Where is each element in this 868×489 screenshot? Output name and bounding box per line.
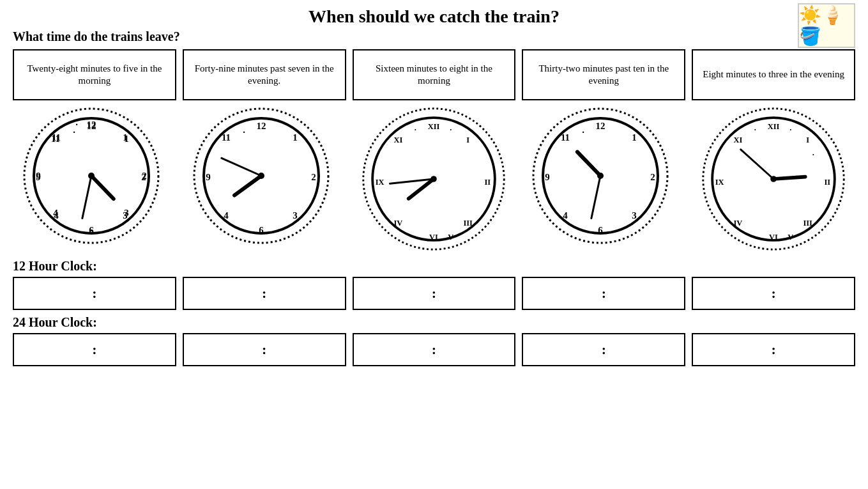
svg-text:IV: IV (394, 219, 403, 228)
svg-text:4: 4 (54, 210, 59, 221)
svg-text:IV: IV (734, 219, 743, 228)
input-row-12h: : : : : : (13, 277, 855, 310)
input-12h-5[interactable]: : (692, 277, 855, 310)
svg-text:VI: VI (430, 233, 439, 242)
time-label-2: Forty-nine minutes past seven in the eve… (183, 49, 346, 100)
svg-text:III: III (464, 219, 473, 228)
clock-col-1: Twenty-eight minutes to five in the morn… (13, 49, 176, 252)
svg-text:·: · (450, 125, 452, 134)
svg-text:I: I (467, 136, 470, 144)
svg-text:2: 2 (651, 172, 656, 182)
svg-text:3: 3 (293, 210, 298, 221)
svg-text:XI: XI (394, 136, 403, 144)
svg-text:VI: VI (769, 233, 778, 242)
svg-point-68 (597, 173, 604, 179)
svg-text:12: 12 (256, 121, 266, 131)
svg-text:12: 12 (596, 121, 605, 131)
svg-text:11: 11 (52, 132, 61, 143)
svg-text:IX: IX (376, 178, 385, 187)
svg-text:·: · (243, 127, 245, 137)
clock-col-3: Sixteen minutes to eight in the morning … (353, 49, 516, 252)
svg-text:6: 6 (259, 225, 264, 235)
subtitle: What time do the trains leave? (13, 29, 855, 44)
svg-text:XII: XII (428, 122, 440, 131)
svg-text:IX: IX (715, 178, 724, 187)
svg-text:·: · (754, 125, 756, 134)
svg-point-54 (431, 176, 438, 182)
svg-point-23 (89, 173, 94, 178)
time-label-4: Thirty-two minutes past ten in the eveni… (522, 49, 685, 100)
clock-face-3: XII I II III VI IV IX XI · V · (360, 105, 507, 252)
svg-text:V: V (788, 233, 793, 242)
svg-point-38 (258, 173, 264, 179)
clock-face-2: 12 1 2 3 6 4 9 11 · · (191, 105, 338, 252)
clock-col-5: Eight minutes to three in the evening XI… (692, 49, 855, 252)
input-24h-1[interactable]: : (13, 333, 176, 366)
svg-text:1: 1 (293, 132, 298, 143)
svg-text:4: 4 (563, 210, 568, 221)
svg-text:1: 1 (123, 132, 128, 143)
svg-text:·: · (582, 127, 584, 137)
svg-text:9: 9 (36, 172, 41, 182)
input-row-24h: : : : : : (13, 333, 855, 366)
svg-text:2: 2 (311, 172, 316, 182)
input-24h-2[interactable]: : (183, 333, 346, 366)
clock-face-4: 12 1 2 3 6 4 9 11 · (530, 105, 677, 252)
svg-text:11: 11 (222, 132, 231, 143)
svg-text:XI: XI (734, 136, 743, 144)
svg-text:9: 9 (206, 172, 211, 182)
svg-line-83 (773, 177, 805, 179)
section-24-label: 24 Hour Clock: (13, 315, 855, 330)
svg-text:·: · (415, 125, 416, 134)
svg-text:I: I (806, 136, 809, 144)
svg-text:·: · (75, 120, 78, 130)
svg-text:2: 2 (141, 172, 146, 182)
svg-text:4: 4 (224, 210, 229, 221)
svg-text:II: II (485, 178, 491, 187)
svg-text:3: 3 (123, 210, 128, 221)
clocks-area: Twenty-eight minutes to five in the morn… (13, 49, 855, 252)
svg-text:1: 1 (632, 132, 637, 143)
svg-text:6: 6 (89, 225, 94, 235)
input-24h-4[interactable]: : (522, 333, 685, 366)
clock-face-5: XII I II III VI IV IX XI · V · · (700, 105, 847, 252)
time-label-3: Sixteen minutes to eight in the morning (353, 49, 516, 100)
svg-text:·: · (73, 127, 75, 137)
svg-text:9: 9 (545, 172, 551, 182)
main-title: When should we catch the train? (13, 6, 855, 27)
svg-point-85 (770, 176, 777, 182)
input-24h-3[interactable]: : (353, 333, 516, 366)
svg-text:·: · (812, 150, 814, 159)
time-label-1: Twenty-eight minutes to five in the morn… (13, 49, 176, 100)
svg-text:III: III (803, 219, 812, 228)
svg-text:6: 6 (598, 225, 604, 235)
svg-text:·: · (789, 125, 791, 134)
input-24h-5[interactable]: : (692, 333, 855, 366)
input-12h-2[interactable]: : (183, 277, 346, 310)
input-12h-3[interactable]: : (353, 277, 516, 310)
corner-decoration: ☀️🍦🪣 (798, 3, 855, 48)
header-row: When should we catch the train? ☀️🍦🪣 (13, 6, 855, 27)
clock-face-1: 12 1 2 3 · 4 9 11 · 12 1 2 3 6 4 9 11 · (21, 105, 168, 252)
svg-text:XII: XII (768, 122, 780, 131)
svg-text:V: V (448, 233, 454, 242)
clock-col-4: Thirty-two minutes past ten in the eveni… (522, 49, 685, 252)
input-12h-1[interactable]: : (13, 277, 176, 310)
section-12-label: 12 Hour Clock: (13, 259, 855, 274)
svg-text:II: II (825, 178, 831, 187)
input-12h-4[interactable]: : (522, 277, 685, 310)
clock-col-2: Forty-nine minutes past seven in the eve… (183, 49, 346, 252)
svg-text:11: 11 (561, 132, 570, 143)
svg-text:·: · (277, 225, 280, 235)
time-label-5: Eight minutes to three in the evening (692, 49, 855, 100)
svg-text:3: 3 (632, 210, 637, 221)
svg-text:12: 12 (86, 121, 96, 131)
